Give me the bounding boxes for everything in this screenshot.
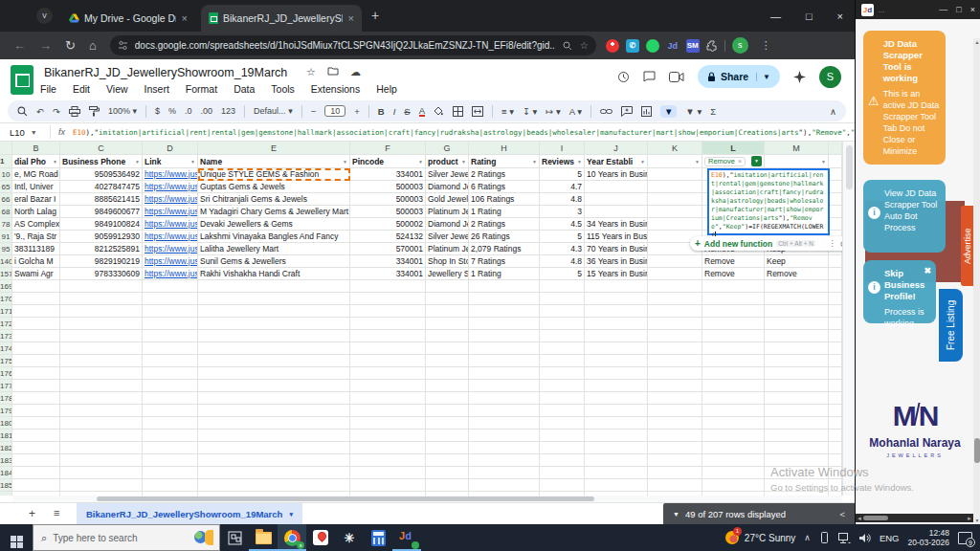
volume-icon[interactable]	[859, 533, 871, 543]
grid-cell[interactable]	[648, 467, 702, 479]
extension-sm-icon[interactable]: SM	[686, 39, 700, 53]
grid-cell[interactable]: Name▼	[198, 155, 350, 168]
grid-cell[interactable]: 34 Years in Business	[585, 218, 648, 231]
grid-cell[interactable]	[12, 417, 60, 430]
tab-spreadsheet[interactable]: BikanerRJ_JD_JewelleryShowroo ×	[201, 5, 362, 32]
grid-cell[interactable]	[648, 330, 702, 342]
advertise-tab[interactable]: Advertise	[961, 206, 974, 286]
grid-cell[interactable]	[702, 330, 765, 342]
grid-cell[interactable]: 9849600677	[60, 206, 143, 218]
grid-cell[interactable]	[648, 392, 702, 405]
grid-cell[interactable]	[585, 181, 648, 193]
filter-funnel-icon[interactable]: ▼	[190, 155, 195, 168]
grid-cell[interactable]	[829, 342, 842, 355]
grid-cell[interactable]	[426, 417, 469, 430]
grid-cell[interactable]: https://www.justd	[143, 218, 198, 231]
grid-cell[interactable]	[829, 293, 842, 305]
grid-cell[interactable]	[143, 367, 198, 380]
grid-cell[interactable]	[60, 380, 143, 392]
borders-icon[interactable]	[453, 106, 463, 117]
menu-edit[interactable]: Edit	[73, 83, 90, 95]
grid-cell[interactable]: 8885621415	[60, 193, 143, 206]
print-icon[interactable]	[69, 106, 80, 117]
grid-cell[interactable]	[829, 442, 842, 454]
add-new-function-bar[interactable]: + Add new function Ctrl + Alt + N ⋮ ⊗	[690, 236, 842, 251]
grid-cell[interactable]	[765, 467, 829, 479]
grid-cell[interactable]	[648, 367, 702, 380]
address-bar[interactable]: docs.google.com/spreadsheets/d/1hoiJSdMi…	[110, 35, 596, 55]
meet-camera-icon[interactable]	[669, 72, 684, 82]
extensions-puzzle-icon[interactable]	[706, 40, 718, 52]
grid-cell[interactable]: Gold Jewellery,F	[426, 193, 469, 206]
column-header-M[interactable]: M	[765, 142, 829, 155]
text-rotation-button[interactable]: A ▾	[569, 106, 582, 117]
gemini-sparkle-icon[interactable]	[793, 71, 806, 83]
font-select[interactable]: Defaul... ▾	[254, 106, 293, 116]
grid-cell[interactable]: Rakhi Vishakha Handi Craft	[198, 268, 350, 280]
zoom-icon[interactable]	[563, 41, 572, 51]
grid-cell[interactable]: Keep	[765, 255, 829, 268]
grid-cell[interactable]	[350, 380, 426, 392]
grid-cell[interactable]	[540, 280, 585, 293]
row-header[interactable]: 179	[0, 405, 12, 417]
grid-cell[interactable]	[648, 318, 702, 330]
grid-cell[interactable]	[540, 442, 585, 454]
grid-cell[interactable]	[469, 392, 540, 405]
grid-cell[interactable]: 6 Ratings	[469, 181, 540, 193]
grid-cell[interactable]	[12, 405, 60, 417]
account-avatar[interactable]: S	[819, 66, 841, 88]
grid-cell[interactable]	[426, 430, 469, 442]
grid-cell[interactable]: 70 Years in Business	[585, 243, 648, 255]
grid-cell[interactable]: Sri Chitranjali Gems & Jewels	[198, 193, 350, 206]
browser-menu-icon[interactable]: ⋮	[761, 39, 771, 52]
more-options-icon[interactable]: ⋮	[828, 239, 835, 248]
grid-cell[interactable]	[198, 380, 350, 392]
phone-link-icon[interactable]	[819, 532, 830, 543]
grid-cell[interactable]	[426, 454, 469, 467]
grid-cell[interactable]	[350, 293, 426, 305]
grid-cell[interactable]	[143, 430, 198, 442]
tab-search-icon[interactable]: v	[36, 8, 53, 24]
column-header-L[interactable]: L	[702, 142, 765, 155]
filter-funnel-icon[interactable]: ▼	[343, 155, 347, 168]
grid-cell[interactable]	[540, 467, 585, 479]
grid-cell[interactable]	[648, 442, 702, 454]
row-header[interactable]: 173	[0, 330, 12, 342]
row-header[interactable]: 1	[0, 155, 12, 168]
grid-cell[interactable]	[765, 355, 829, 367]
grid-cell[interactable]	[143, 355, 198, 367]
grid-cell[interactable]	[143, 293, 198, 305]
grid-cell[interactable]	[426, 392, 469, 405]
grid-cell[interactable]	[829, 305, 842, 318]
grid-cell[interactable]	[765, 392, 829, 405]
tab-google-drive[interactable]: My Drive - Google Drive ×	[61, 5, 195, 32]
grid-cell[interactable]	[12, 330, 60, 342]
grid-cell[interactable]	[198, 479, 350, 492]
grid-cell[interactable]: 5	[540, 168, 585, 181]
column-header-H[interactable]: H	[469, 142, 540, 155]
grid-cell[interactable]: https://www.justd	[143, 168, 198, 181]
grid-cell[interactable]	[829, 430, 842, 442]
grid-cell[interactable]	[60, 367, 143, 380]
row-header[interactable]: 175	[0, 355, 12, 367]
grid-cell[interactable]: 4027847475	[60, 181, 143, 193]
grid-cell[interactable]: 8212525891	[60, 243, 143, 255]
grid-cell[interactable]	[198, 355, 350, 367]
strikethrough-button[interactable]: S	[404, 106, 410, 117]
grid-cell[interactable]	[143, 405, 198, 417]
grid-cell[interactable]: https://www.justd	[143, 231, 198, 243]
grid-cell[interactable]: 570001	[350, 243, 426, 255]
grid-cell[interactable]: 9829190219	[60, 255, 143, 268]
row-header[interactable]: 171	[0, 305, 12, 318]
menu-view[interactable]: View	[106, 83, 128, 95]
grid-cell[interactable]	[540, 342, 585, 355]
grid-cell[interactable]	[765, 305, 829, 318]
grid-cell[interactable]	[60, 305, 143, 318]
grid-cell[interactable]	[702, 479, 765, 492]
grid-cell[interactable]	[350, 342, 426, 355]
row-header[interactable]: 95	[0, 243, 12, 255]
cell-formula-editor[interactable]: E10),"imitation|artificial|rent|rental|g…	[707, 168, 830, 235]
row-header[interactable]: 174	[0, 342, 12, 355]
grid-cell[interactable]	[540, 454, 585, 467]
grid-cell[interactable]: 1 Rating	[469, 268, 540, 280]
